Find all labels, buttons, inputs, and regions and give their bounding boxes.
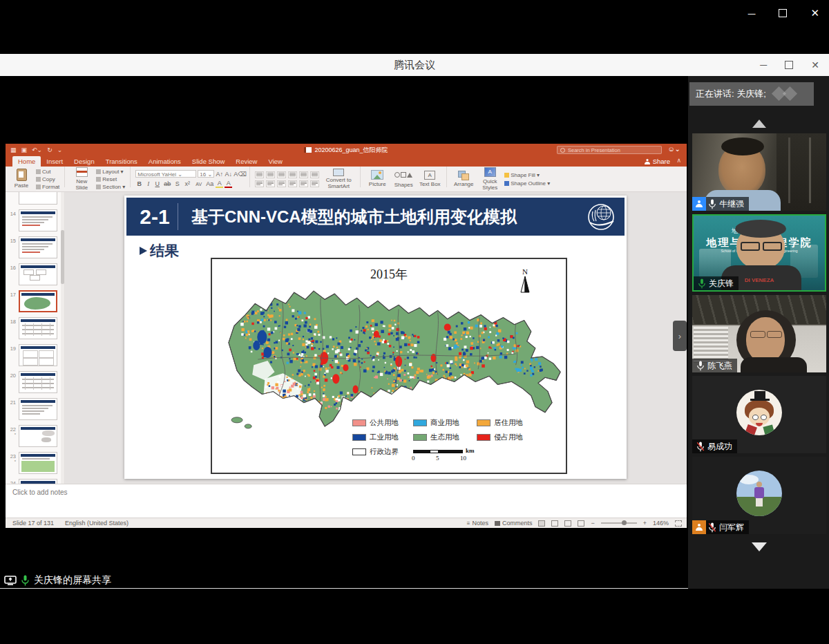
arrange-button[interactable]: Arrange: [452, 171, 475, 187]
slide-thumbnail[interactable]: [19, 192, 57, 205]
maximize-icon[interactable]: [779, 9, 787, 17]
align-left-button[interactable]: [255, 180, 264, 187]
language-status[interactable]: English (United States): [65, 520, 128, 527]
slide-sorter-view-icon[interactable]: [551, 520, 558, 527]
close-icon[interactable]: ✕: [810, 7, 819, 19]
slide-thumbnail-24[interactable]: [19, 479, 57, 484]
tab-transitions[interactable]: Transitions: [100, 156, 143, 167]
picture-button[interactable]: Picture: [365, 170, 389, 187]
participant-tile-3[interactable]: 陈飞燕: [692, 295, 826, 372]
notes-toggle[interactable]: ≡Notes: [467, 520, 488, 527]
numbering-button[interactable]: [266, 171, 275, 178]
grow-font-button[interactable]: A↑: [216, 171, 223, 178]
superscript-button[interactable]: x²: [182, 180, 192, 187]
minimize-icon[interactable]: ─: [748, 8, 756, 19]
format-painter-button[interactable]: Format: [36, 183, 59, 190]
slide-thumbnail-21[interactable]: [19, 398, 57, 420]
redo-icon[interactable]: ↻: [47, 144, 53, 156]
clear-formatting-button[interactable]: A⌫: [234, 171, 245, 178]
fit-to-window-icon[interactable]: [675, 520, 682, 527]
tab-view[interactable]: View: [263, 156, 287, 167]
align-center-button[interactable]: [266, 180, 275, 187]
text-direction-button[interactable]: [310, 171, 319, 178]
participant-tile-5[interactable]: 闫军辉: [692, 457, 826, 534]
italic-button[interactable]: I: [144, 180, 152, 187]
reset-button[interactable]: Reset: [96, 176, 125, 182]
convert-smartart-button[interactable]: Convert to SmartArt: [322, 169, 355, 189]
normal-view-icon[interactable]: [538, 520, 545, 527]
slide-thumbnail-20[interactable]: [19, 371, 57, 393]
shapes-button[interactable]: Shapes: [392, 169, 415, 188]
share-button[interactable]: Share: [644, 156, 670, 167]
search-box[interactable]: Search in Presentation: [557, 146, 662, 154]
zoom-percent[interactable]: 146%: [653, 520, 669, 527]
columns-button[interactable]: [299, 180, 308, 187]
notes-pane[interactable]: Click to add notes: [6, 484, 687, 518]
zoom-slider[interactable]: [601, 522, 637, 524]
tab-slide-show[interactable]: Slide Show: [187, 156, 231, 167]
slide-thumbnail-22[interactable]: [19, 425, 57, 447]
participant-tile-4[interactable]: 易成功: [692, 376, 826, 453]
scroll-down-arrow-icon[interactable]: [752, 542, 767, 551]
text-shadow-button[interactable]: S: [173, 180, 181, 187]
paste-button[interactable]: Paste: [10, 169, 33, 189]
slide-thumbnail-16[interactable]: [19, 263, 57, 285]
tab-home[interactable]: Home: [12, 156, 41, 167]
increase-indent-button[interactable]: [288, 171, 297, 178]
thumbnail-scrollbar-thumb[interactable]: [61, 230, 64, 284]
meeting-maximize-icon[interactable]: [785, 61, 793, 69]
slide-thumbnail-14[interactable]: [19, 209, 57, 231]
character-spacing-button[interactable]: AV: [193, 182, 204, 187]
text-box-button[interactable]: AText Box: [418, 171, 441, 187]
tab-insert[interactable]: Insert: [41, 156, 68, 167]
align-right-button[interactable]: [277, 180, 286, 187]
font-size-select[interactable]: 16 ⌄: [198, 170, 214, 178]
meeting-close-icon[interactable]: ✕: [811, 59, 819, 70]
font-color-button[interactable]: A: [225, 180, 232, 188]
highlight-color-button[interactable]: A: [216, 180, 223, 188]
participant-tile-2[interactable]: 地质大学（武汉）地理与信息工程学院School of Geography and…: [692, 214, 826, 292]
bullets-button[interactable]: [255, 171, 264, 178]
cut-button[interactable]: Cut: [36, 168, 59, 175]
strikethrough-button[interactable]: ab: [162, 180, 172, 187]
slide-thumbnail-17[interactable]: [19, 290, 57, 312]
participant-tile-1[interactable]: 牛继强: [692, 133, 826, 211]
section-button[interactable]: Section ▾: [96, 183, 125, 190]
slide-thumbnail-23[interactable]: [19, 452, 57, 474]
change-case-button[interactable]: Aa: [205, 180, 214, 187]
bold-button[interactable]: B: [135, 180, 143, 187]
shape-outline-button[interactable]: Shape Outline ▾: [504, 180, 550, 187]
line-spacing-button[interactable]: [299, 171, 308, 178]
group-separator: [360, 167, 361, 187]
copy-button[interactable]: Copy: [36, 176, 59, 182]
slide-thumbnail-18[interactable]: [19, 317, 57, 339]
underline-button[interactable]: U: [153, 180, 161, 187]
comments-toggle[interactable]: Comments: [495, 520, 533, 527]
layout-button[interactable]: Layout ▾: [96, 168, 125, 175]
slide-thumbnail-15[interactable]: [19, 236, 57, 258]
collapse-ribbon-icon[interactable]: ∧: [676, 157, 681, 164]
reading-view-icon[interactable]: [564, 520, 571, 527]
undo-icon[interactable]: ↶⌄: [32, 144, 42, 156]
zoom-in-icon[interactable]: +: [643, 520, 647, 527]
font-name-select[interactable]: Microsoft YaHei ⌄: [135, 170, 196, 178]
quick-styles-button[interactable]: AQuick Styles: [478, 167, 502, 191]
align-text-button[interactable]: [310, 180, 319, 187]
shape-fill-button[interactable]: Shape Fill ▾: [504, 171, 550, 178]
qat-customize-icon[interactable]: ⌄: [57, 144, 63, 156]
new-slide-button[interactable]: New Slide: [70, 167, 93, 191]
save-icon[interactable]: ▣: [21, 144, 28, 156]
meeting-minimize-icon[interactable]: ─: [760, 59, 767, 70]
slideshow-view-icon[interactable]: [578, 520, 584, 527]
zoom-out-icon[interactable]: −: [591, 520, 594, 527]
scroll-up-arrow-icon[interactable]: [752, 120, 766, 128]
justify-button[interactable]: [288, 180, 297, 187]
decrease-indent-button[interactable]: [277, 171, 286, 178]
video-panel-collapse-handle[interactable]: ›: [673, 321, 687, 351]
tab-animations[interactable]: Animations: [143, 156, 187, 167]
slide-thumbnail-19[interactable]: [19, 344, 57, 366]
tab-design[interactable]: Design: [68, 156, 100, 167]
feedback-smiley-icon[interactable]: ☺⌄: [667, 145, 680, 153]
tab-review[interactable]: Review: [230, 156, 263, 167]
shrink-font-button[interactable]: A↓: [225, 171, 232, 178]
